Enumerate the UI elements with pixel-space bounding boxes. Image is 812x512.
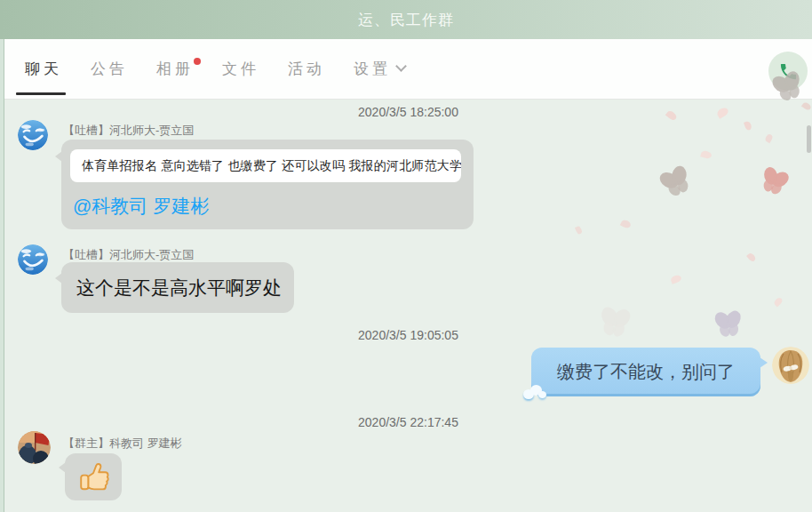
petal-decoration xyxy=(746,252,757,262)
sticker-bubble xyxy=(65,453,122,500)
tab-activities[interactable]: 活动 xyxy=(283,39,330,99)
chat-message-area: 2020/3/5 18:25:00 【吐槽】河北师大-贾立国 体育单招报名 意向… xyxy=(4,100,812,511)
tab-settings[interactable]: 设置 xyxy=(349,39,410,99)
message-text: 这个是不是高水平啊罗处 xyxy=(61,262,294,313)
tab-album[interactable]: 相册 xyxy=(152,39,198,99)
tab-files-label: 文件 xyxy=(222,59,259,79)
chevron-down-icon xyxy=(395,60,407,72)
tab-chat[interactable]: 聊天 xyxy=(20,39,67,99)
girl-avatar-image xyxy=(772,347,809,384)
tab-settings-label: 设置 xyxy=(354,59,391,79)
voice-call-button[interactable] xyxy=(768,52,808,91)
petal-decoration xyxy=(575,226,583,236)
avatar[interactable] xyxy=(18,120,48,150)
sender-name: 【吐槽】河北师大-贾立国 xyxy=(63,247,194,263)
group-tabbar: 聊天 公告 相册 文件 活动 设置 xyxy=(4,39,812,100)
butterfly-icon xyxy=(755,163,792,200)
group-title: 运、民工作群 xyxy=(358,10,454,30)
petal-decoration xyxy=(700,150,712,160)
tab-activities-label: 活动 xyxy=(288,59,325,79)
scrollbar-thumb[interactable] xyxy=(807,125,811,153)
tab-announcements[interactable]: 公告 xyxy=(86,39,132,99)
outgoing-message-bubble: 缴费了不能改，别问了 xyxy=(531,348,760,396)
petal-decoration xyxy=(620,219,632,229)
tab-files[interactable]: 文件 xyxy=(218,39,264,99)
mention-link[interactable]: @科教司 罗建彬 xyxy=(73,194,209,219)
qq-group-chat-window: 运、民工作群 聊天 公告 相册 文件 活动 设置 xyxy=(0,0,812,512)
petal-decoration xyxy=(773,296,784,307)
group-panel: 聊天 公告 相册 文件 活动 设置 xyxy=(4,39,812,512)
message-bubble: 体育单招报名 意向选错了 也缴费了 还可以改吗 我报的河北师范大学 @科教司 罗… xyxy=(61,140,474,229)
avatar[interactable] xyxy=(772,347,809,384)
album-notification-dot xyxy=(194,58,201,65)
petal-decoration xyxy=(744,121,752,132)
thumbs-up-icon xyxy=(76,460,110,494)
message-bubble: 这个是不是高水平啊罗处 xyxy=(61,262,294,313)
active-tab-underline xyxy=(16,92,66,95)
phone-icon xyxy=(778,61,799,82)
sender-name: 【群主】科教司 罗建彬 xyxy=(63,436,182,452)
tab-chat-label: 聊天 xyxy=(25,59,62,79)
photo-avatar-image xyxy=(18,431,51,464)
bubble-tail xyxy=(59,462,66,473)
bubble-tail xyxy=(760,357,768,368)
tab-announcements-label: 公告 xyxy=(91,59,128,79)
timestamp: 2020/3/5 19:05:05 xyxy=(4,328,812,342)
splash-decoration xyxy=(523,384,548,400)
message-text: 缴费了不能改，别问了 xyxy=(557,360,735,384)
avatar[interactable] xyxy=(18,431,51,464)
window-titlebar: 运、民工作群 xyxy=(0,0,812,39)
avatar[interactable] xyxy=(18,244,48,275)
blue-smiley-avatar-image xyxy=(18,120,48,150)
tab-album-label: 相册 xyxy=(156,59,194,79)
blue-smiley-avatar-image xyxy=(18,244,48,275)
sender-name: 【吐槽】河北师大-贾立国 xyxy=(63,123,194,139)
bubble-tail xyxy=(55,273,62,284)
bubble-tail xyxy=(55,151,62,162)
petal-decoration xyxy=(670,274,682,284)
petal-decoration xyxy=(764,133,774,143)
butterfly-icon xyxy=(655,161,697,204)
quoted-message-text: 体育单招报名 意向选错了 也缴费了 还可以改吗 我报的河北师范大学 xyxy=(70,149,461,182)
timestamp: 2020/3/5 18:25:00 xyxy=(4,105,812,119)
timestamp: 2020/3/5 22:17:45 xyxy=(4,415,812,429)
